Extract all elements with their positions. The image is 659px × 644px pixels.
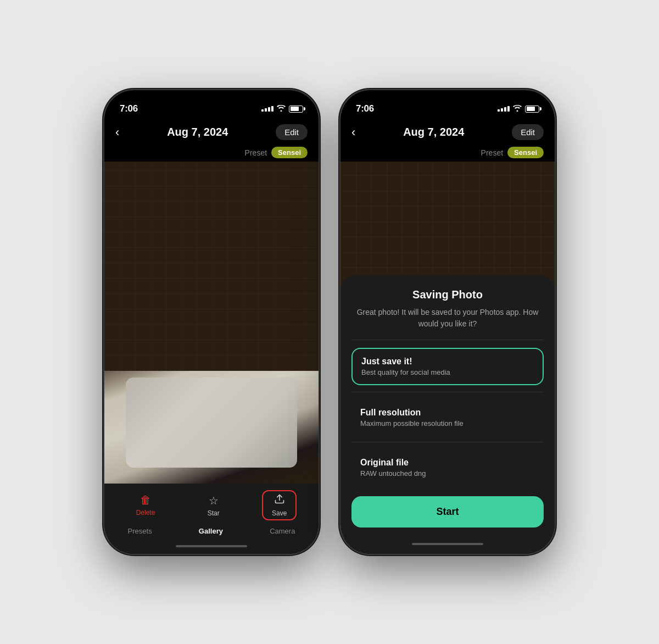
laptop-photo-left (104, 162, 319, 484)
right-phone-screen: 7:06 (340, 90, 555, 554)
saving-title: Saving Photo (351, 288, 544, 301)
signal-icon-right (498, 106, 510, 112)
preset-label-left: Preset (245, 148, 267, 157)
wifi-icon-right (513, 104, 522, 113)
preset-label-right: Preset (481, 148, 503, 157)
star-icon: ☆ (209, 494, 219, 507)
nav-gallery[interactable]: Gallery (199, 527, 223, 535)
delete-label: Delete (136, 509, 155, 517)
bottom-nav-left: Presets Gallery Camera (104, 524, 319, 541)
edit-button-left[interactable]: Edit (276, 124, 308, 140)
nav-camera[interactable]: Camera (270, 527, 295, 535)
left-phone-screen: 7:06 (104, 90, 319, 554)
back-chevron-right: ‹ (351, 125, 355, 140)
saving-subtitle: Great photo! It will be saved to your Ph… (351, 307, 544, 330)
nav-bar-left: ‹ Aug 7, 2024 Edit (104, 120, 319, 146)
nav-back-left[interactable]: ‹ (115, 125, 119, 140)
status-time-left: 7:06 (120, 103, 138, 114)
bottom-toolbar-left: 🗑 Delete ☆ Star Save (104, 484, 319, 524)
divider-saving (351, 340, 544, 340)
save-option-title-1: Just save it! (361, 357, 534, 367)
nav-back-right[interactable]: ‹ (351, 125, 355, 140)
keyboard-overlay-left (104, 162, 319, 371)
photo-area-left (104, 162, 319, 484)
nav-title-left: Aug 7, 2024 (167, 126, 228, 138)
save-option-desc-1: Best quality for social media (361, 368, 534, 376)
trackpad-overlay-left (126, 377, 297, 468)
trash-icon: 🗑 (140, 494, 151, 507)
battery-icon-left (289, 106, 303, 113)
status-icons-left (261, 104, 303, 113)
battery-fill-right (527, 107, 535, 111)
left-phone: 7:06 (104, 90, 319, 554)
dynamic-island-right (415, 98, 481, 116)
back-chevron-left: ‹ (115, 125, 119, 140)
saving-sheet: Saving Photo Great photo! It will be sav… (340, 275, 555, 538)
save-option-original[interactable]: Original file RAW untouched dng (351, 450, 544, 485)
battery-icon-right (525, 106, 539, 113)
wifi-icon-left (277, 104, 286, 113)
preset-bar-left: Preset Sensei (104, 146, 319, 162)
divider-2 (351, 442, 544, 442)
preset-bar-right: Preset Sensei (340, 146, 555, 162)
phones-container: 7:06 (82, 68, 577, 576)
home-indicator-right (340, 538, 555, 554)
save-option-title-3: Original file (360, 458, 535, 468)
status-icons-right (498, 104, 539, 113)
star-button[interactable]: ☆ Star (199, 492, 228, 519)
home-bar-left (176, 545, 247, 547)
star-label: Star (208, 509, 220, 517)
save-option-full-res[interactable]: Full resolution Maximum possible resolut… (351, 400, 544, 435)
home-indicator-left (104, 541, 319, 554)
save-option-desc-3: RAW untouched dng (360, 469, 535, 478)
save-option-desc-2: Maximum possible resolution file (360, 419, 535, 428)
divider-1 (351, 392, 544, 392)
battery-fill-left (291, 107, 299, 111)
nav-bar-right: ‹ Aug 7, 2024 Edit (340, 120, 555, 146)
delete-button[interactable]: 🗑 Delete (127, 492, 164, 519)
save-option-just-save[interactable]: Just save it! Best quality for social me… (351, 348, 544, 385)
save-button[interactable]: Save (263, 491, 295, 519)
save-icon (274, 493, 285, 507)
photo-area-right: Saving Photo Great photo! It will be sav… (340, 162, 555, 538)
nav-title-right: Aug 7, 2024 (403, 126, 464, 138)
signal-icon-left (261, 106, 273, 112)
dynamic-island-left (178, 98, 244, 116)
preset-badge-left[interactable]: Sensei (271, 147, 308, 158)
right-phone: 7:06 (340, 90, 555, 554)
status-time-right: 7:06 (356, 103, 374, 114)
nav-presets[interactable]: Presets (128, 527, 152, 535)
edit-button-right[interactable]: Edit (512, 124, 544, 140)
save-label: Save (272, 509, 287, 517)
save-option-title-2: Full resolution (360, 408, 535, 418)
home-bar-right (412, 543, 483, 545)
preset-badge-right[interactable]: Sensei (507, 147, 544, 158)
start-button[interactable]: Start (351, 496, 544, 528)
